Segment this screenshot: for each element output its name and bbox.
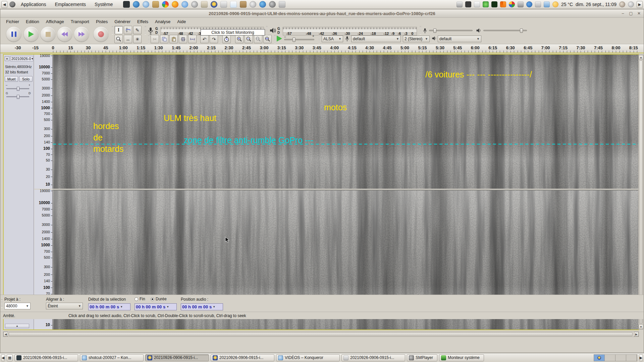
- skip-to-end-button[interactable]: [74, 27, 89, 42]
- color-wheel-icon[interactable]: [509, 1, 515, 7]
- text-editor-icon[interactable]: [220, 1, 227, 8]
- audacity-launcher-icon[interactable]: [211, 1, 217, 8]
- frequency-scale-left-channel[interactable]: 1900010000700050003000200014001000700500…: [34, 55, 53, 189]
- menu-affichage[interactable]: Affichage: [43, 18, 67, 25]
- vlc-icon[interactable]: [500, 1, 506, 7]
- weather-icon[interactable]: [552, 1, 558, 7]
- konqueror-icon[interactable]: [143, 1, 149, 8]
- jack-icon[interactable]: [201, 1, 208, 8]
- output-device-select[interactable]: default▼: [438, 36, 481, 42]
- taskbar-item[interactable]: 20210926-0906-0915-i...: [14, 354, 78, 361]
- minimize-button[interactable]: –: [620, 11, 626, 16]
- selection-end-field[interactable]: 00 h 00 m 00 s▼: [135, 303, 177, 310]
- timeline-ruler[interactable]: -30-1501530451:001:151:301:452:002:152:3…: [0, 44, 644, 53]
- close-button[interactable]: ✕: [636, 11, 642, 16]
- vertical-scrollbar[interactable]: ▲ ▼: [638, 55, 643, 329]
- display-settings-icon[interactable]: [457, 1, 463, 7]
- input-channels-select[interactable]: 2 (Stereo)▼: [403, 36, 430, 42]
- thunderbird-icon[interactable]: [133, 1, 140, 8]
- silence-selection-button[interactable]: [188, 35, 197, 43]
- play-speed-slider[interactable]: [284, 39, 314, 40]
- accessibility-icon[interactable]: [526, 1, 532, 7]
- menu-edition[interactable]: Edition: [23, 18, 42, 25]
- show-desktop-button[interactable]: ▦: [7, 354, 13, 361]
- chromium-icon[interactable]: [181, 1, 188, 8]
- google-earth-icon[interactable]: [191, 1, 198, 8]
- media-converter-icon[interactable]: [483, 1, 489, 7]
- input-device-select[interactable]: default▼: [351, 36, 401, 42]
- track-name-dropdown[interactable]: 20210926-0▼: [10, 56, 33, 61]
- toggle-switch-icon[interactable]: [474, 1, 480, 7]
- gain-slider[interactable]: [6, 88, 29, 89]
- paste-button[interactable]: [169, 35, 178, 43]
- timeshift-tool[interactable]: ↔: [124, 35, 132, 43]
- temperature-indicator[interactable]: 25 °C: [561, 2, 573, 7]
- workspace-switcher[interactable]: [594, 354, 637, 361]
- libreoffice-writer-icon[interactable]: [230, 1, 237, 8]
- maximize-button[interactable]: ▢: [628, 11, 634, 16]
- play-button[interactable]: [24, 27, 39, 42]
- pan-slider[interactable]: [6, 96, 29, 97]
- draw-tool[interactable]: ✎: [133, 26, 142, 34]
- search-tool-icon[interactable]: [250, 1, 256, 8]
- input-volume-slider[interactable]: [429, 30, 473, 31]
- workspace-2[interactable]: [605, 355, 615, 361]
- snap-to-select[interactable]: Éteint▼: [46, 303, 83, 309]
- terminal-icon[interactable]: [123, 1, 130, 8]
- clock[interactable]: dim. 26 sept., 11:09: [576, 2, 616, 7]
- network-icon[interactable]: [544, 1, 550, 7]
- radio-end[interactable]: Fin: [135, 297, 145, 301]
- file-manager-icon[interactable]: [152, 1, 159, 8]
- menu-pistes[interactable]: Pistes: [93, 18, 111, 25]
- workspace-1[interactable]: [594, 355, 605, 361]
- redo-button[interactable]: ↷: [210, 35, 218, 43]
- fit-selection-button[interactable]: [254, 35, 262, 43]
- smplayer-launcher-icon[interactable]: [269, 1, 276, 8]
- record-button[interactable]: [94, 27, 108, 42]
- panel-right-arrow[interactable]: ▶: [637, 1, 643, 8]
- multi-tool[interactable]: ✳: [133, 35, 142, 43]
- track-collapse-button[interactable]: ▲: [5, 324, 29, 328]
- taskbar-item[interactable]: SMPlayer: [407, 354, 437, 361]
- timer-record-icon[interactable]: [222, 35, 231, 43]
- taskbar-left-arrow[interactable]: ◀: [1, 354, 5, 361]
- screenshot-icon[interactable]: [628, 1, 634, 7]
- gnome-menu-icon[interactable]: [9, 1, 15, 7]
- audio-position-field[interactable]: 00 h 00 m 00 s▼: [181, 303, 223, 310]
- playback-meter[interactable]: -57-48-42-36-30-24-18-12-9-6-30: [283, 27, 417, 36]
- solo-button[interactable]: Solo: [19, 76, 33, 82]
- video-recorder-icon[interactable]: [465, 1, 471, 7]
- undo-button[interactable]: ↶: [200, 35, 209, 43]
- fit-project-button[interactable]: [263, 35, 272, 43]
- output-volume-slider[interactable]: [483, 30, 527, 31]
- menu-fichier[interactable]: Fichier: [3, 18, 22, 25]
- window-titlebar[interactable]: 20210926-0906-0915-impact-ULM-des-moins-…: [0, 9, 644, 18]
- firefox-icon[interactable]: [172, 1, 178, 8]
- menu-effets[interactable]: Effets: [134, 18, 151, 25]
- system-monitor-tray-icon[interactable]: [491, 1, 497, 7]
- record-meter-mic-icon[interactable]: [148, 27, 153, 36]
- media-player-icon[interactable]: [259, 1, 266, 8]
- envelope-tool[interactable]: [124, 26, 132, 34]
- play-at-speed-button[interactable]: [277, 36, 282, 42]
- taskbar-item[interactable]: 20210926-0906-0915-i...: [145, 354, 209, 361]
- workspace-3[interactable]: [615, 355, 626, 361]
- menu-applications[interactable]: Applications: [17, 2, 50, 7]
- track-close-button[interactable]: ✕: [5, 56, 9, 61]
- menu-generer[interactable]: Générer: [111, 18, 133, 25]
- mute-button[interactable]: Muet: [5, 76, 18, 82]
- radio-duration[interactable]: Durée: [151, 297, 167, 301]
- monitoring-tooltip[interactable]: Click to Start Monitoring: [201, 29, 265, 36]
- project-rate-select[interactable]: 48000▼: [4, 303, 31, 309]
- taskbar-item[interactable]: shotcut-200927 – Kon...: [80, 354, 144, 361]
- selection-tool[interactable]: I: [114, 26, 123, 34]
- panel-left-arrow[interactable]: ◀: [1, 1, 7, 8]
- taskbar-item[interactable]: 20210926-0906-0915-i...: [341, 354, 405, 361]
- menu-analyse[interactable]: Analyse: [152, 18, 173, 25]
- trim-outside-selection-button[interactable]: [179, 35, 187, 43]
- spectrogram-left-channel[interactable]: /6 voitures --- --- ---------------/ mot…: [53, 55, 639, 189]
- taskbar-right-arrow[interactable]: ▶: [639, 354, 643, 361]
- stop-button[interactable]: [41, 27, 55, 42]
- clipboard-icon[interactable]: [240, 1, 247, 8]
- track-control-panel[interactable]: ✕ 20210926-0▼ Stéréo,48000Hz 32 bits flo…: [4, 55, 34, 329]
